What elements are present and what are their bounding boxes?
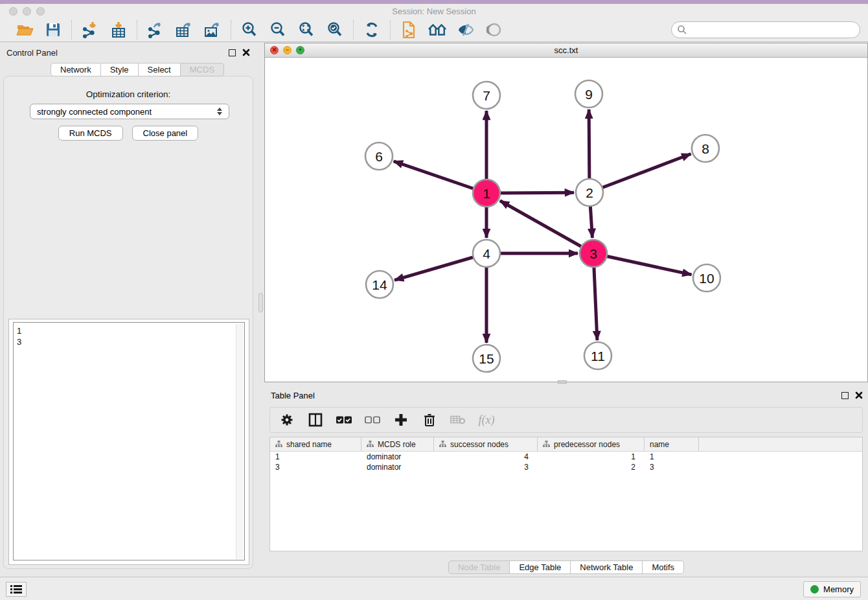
memory-button[interactable]: Memory xyxy=(803,581,861,597)
window-resize-handle[interactable] xyxy=(558,380,567,384)
network-from-selection-button[interactable] xyxy=(400,21,418,39)
import-network-button[interactable] xyxy=(81,21,99,39)
import-table-icon xyxy=(110,21,127,38)
open-session-button[interactable] xyxy=(16,21,34,39)
column-header-shared_name[interactable]: shared name xyxy=(270,437,361,451)
optimization-criterion-label: Optimization criterion: xyxy=(4,89,253,99)
mcds-result-text[interactable]: 1 3 xyxy=(14,324,236,559)
main-titlebar[interactable]: Session: New Session xyxy=(0,4,868,18)
cell-mcds_role[interactable]: dominator xyxy=(361,452,434,462)
tab-select[interactable]: Select xyxy=(139,63,181,76)
houses-icon xyxy=(428,22,446,38)
run-mcds-button[interactable]: Run MCDS xyxy=(58,126,123,141)
graph-edge-3-1[interactable] xyxy=(500,201,593,253)
table-body: 1dominator4113dominator323 xyxy=(270,452,862,472)
network-window-titlebar[interactable]: ✕ − + scc.txt xyxy=(265,43,867,58)
show-columns-button[interactable] xyxy=(308,412,323,428)
cell-successor_nodes[interactable]: 4 xyxy=(434,452,538,462)
graph-node-1[interactable]: 1 xyxy=(473,179,500,207)
cell-predecessor_nodes[interactable]: 1 xyxy=(538,452,645,462)
tab-mcds[interactable]: MCDS xyxy=(181,63,224,76)
add-column-button[interactable] xyxy=(393,412,409,428)
panel-splitter-handle[interactable] xyxy=(258,293,263,312)
cell-shared_name[interactable]: 3 xyxy=(270,462,361,472)
float-panel-icon[interactable] xyxy=(229,49,236,56)
cell-predecessor_nodes[interactable]: 2 xyxy=(538,462,645,472)
column-header-name[interactable]: name xyxy=(645,437,699,451)
close-panel-icon[interactable] xyxy=(242,49,250,56)
zoom-fit-button[interactable] xyxy=(297,21,315,39)
import-table-button[interactable] xyxy=(109,21,128,39)
close-panel-button[interactable]: Close panel xyxy=(132,126,199,141)
delete-column-button[interactable] xyxy=(422,412,437,428)
hierarchy-icon xyxy=(439,441,446,448)
save-session-button[interactable] xyxy=(44,21,62,39)
graph-node-6[interactable]: 6 xyxy=(365,143,393,170)
zoom-selected-button[interactable] xyxy=(326,21,344,39)
graph-node-10[interactable]: 10 xyxy=(693,264,720,292)
float-table-panel-icon[interactable] xyxy=(841,392,849,399)
search-input[interactable] xyxy=(687,23,860,36)
graph-edge-1-6[interactable] xyxy=(394,161,486,193)
select-all-button[interactable] xyxy=(336,412,352,428)
zoom-in-button[interactable] xyxy=(240,21,258,39)
search-icon xyxy=(677,25,687,35)
table-tab-motifs[interactable]: Motifs xyxy=(643,560,684,574)
network-canvas[interactable]: 7968124314101511 xyxy=(265,58,867,382)
graph-node-14[interactable]: 14 xyxy=(366,271,393,298)
graph-node-2[interactable]: 2 xyxy=(576,179,603,206)
graph-node-15[interactable]: 15 xyxy=(473,345,500,372)
graph-node-11[interactable]: 11 xyxy=(584,342,611,369)
session-title: Session: New Session xyxy=(0,6,868,16)
criterion-select[interactable]: strongly connected component xyxy=(30,104,229,119)
apply-layout-button[interactable] xyxy=(363,21,381,39)
graph-node-9[interactable]: 9 xyxy=(575,80,602,108)
table-tab-network-table[interactable]: Network Table xyxy=(571,560,643,574)
tab-network[interactable]: Network xyxy=(51,63,101,76)
cell-mcds_role[interactable]: dominator xyxy=(361,462,434,472)
export-table-button[interactable] xyxy=(175,21,193,39)
table-settings-button[interactable] xyxy=(279,412,295,428)
tab-style[interactable]: Style xyxy=(101,63,139,76)
first-neighbors-button[interactable] xyxy=(428,21,446,39)
table-row[interactable]: 1dominator411 xyxy=(270,452,862,462)
graph-edge-2-8[interactable] xyxy=(589,154,691,192)
function-builder-button[interactable]: f(x) xyxy=(479,412,494,428)
cell-name[interactable]: 3 xyxy=(645,462,699,472)
cell-successor_nodes[interactable]: 3 xyxy=(434,462,538,472)
zoom-out-button[interactable] xyxy=(269,21,287,39)
graph-node-3[interactable]: 3 xyxy=(580,240,607,267)
graph-edge-3-10[interactable] xyxy=(593,253,692,275)
table-header-row: shared nameMCDS rolesuccessor nodesprede… xyxy=(270,437,862,452)
cell-shared_name[interactable]: 1 xyxy=(270,452,361,462)
graph-node-4[interactable]: 4 xyxy=(473,240,500,267)
table-row[interactable]: 3dominator323 xyxy=(270,462,862,472)
column-header-predecessor_nodes[interactable]: predecessor nodes xyxy=(538,437,645,451)
close-table-panel-icon[interactable] xyxy=(855,391,863,399)
control-panel-title: Control Panel xyxy=(6,48,58,58)
column-header-successor_nodes[interactable]: successor nodes xyxy=(434,437,538,451)
deselect-all-button[interactable] xyxy=(365,412,380,428)
table-tab-edge-table[interactable]: Edge Table xyxy=(510,560,571,574)
node-label: 7 xyxy=(483,88,490,103)
column-header-mcds_role[interactable]: MCDS role xyxy=(361,437,434,451)
result-scrollbar[interactable] xyxy=(236,324,244,559)
table-tab-node-table[interactable]: Node Table xyxy=(448,560,510,574)
sphere-icon xyxy=(486,22,502,38)
task-history-button[interactable] xyxy=(6,582,27,597)
node-label: 10 xyxy=(699,271,714,286)
select-stepper-icon xyxy=(217,108,222,115)
search-field[interactable] xyxy=(671,21,860,38)
sphere-button[interactable] xyxy=(485,21,503,39)
graph-node-7[interactable]: 7 xyxy=(473,82,500,109)
graph-node-8[interactable]: 8 xyxy=(692,135,719,162)
zoom-out-icon xyxy=(269,21,286,38)
export-network-button[interactable] xyxy=(146,21,165,39)
cell-name[interactable]: 1 xyxy=(645,452,699,462)
delete-table-button[interactable] xyxy=(450,412,466,428)
column-label: name xyxy=(650,440,669,449)
export-image-button[interactable] xyxy=(203,21,222,39)
hide-selected-button[interactable] xyxy=(457,21,475,39)
node-label: 11 xyxy=(591,349,605,363)
export-table-icon xyxy=(175,21,193,38)
